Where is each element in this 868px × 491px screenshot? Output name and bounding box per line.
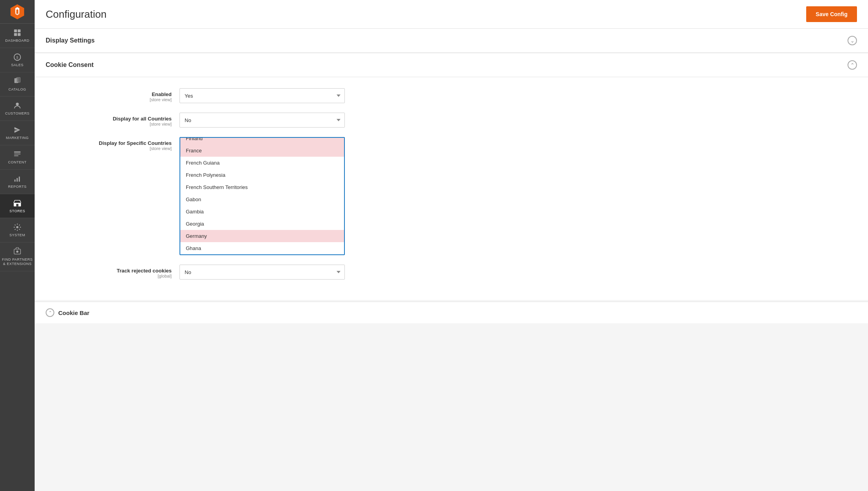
- svg-point-19: [16, 226, 19, 229]
- svg-rect-8: [17, 78, 20, 82]
- cookie-bar-title: Cookie Bar: [58, 309, 89, 316]
- svg-text:$: $: [16, 55, 19, 59]
- content-area: Display Settings ⌄ Cookie Consent ⌃ Enab…: [35, 29, 868, 491]
- content-icon: [13, 150, 22, 159]
- sidebar-item-dashboard[interactable]: DASHBOARD: [0, 24, 35, 48]
- sidebar-item-stores[interactable]: STORES: [0, 194, 35, 219]
- display-all-countries-label-col: Display for all Countries [store view]: [46, 113, 180, 126]
- save-config-button[interactable]: Save Config: [806, 6, 857, 22]
- sidebar-item-catalog-label: CATALOG: [8, 87, 26, 92]
- list-item[interactable]: Finland: [180, 137, 344, 145]
- page-title: Configuration: [46, 8, 107, 20]
- list-item[interactable]: Germany: [180, 230, 344, 242]
- sidebar-item-customers-label: CUSTOMERS: [5, 111, 30, 116]
- list-item[interactable]: French Southern Territories: [180, 181, 344, 193]
- svg-rect-1: [18, 30, 20, 32]
- svg-rect-18: [16, 204, 19, 206]
- display-settings-title: Display Settings: [46, 37, 94, 44]
- display-specific-countries-row: Display for Specific Countries [store vi…: [46, 137, 857, 255]
- cookie-consent-header[interactable]: Cookie Consent ⌃: [35, 53, 868, 77]
- display-settings-section: Display Settings ⌄: [35, 29, 868, 53]
- svg-rect-13: [14, 156, 19, 156]
- page-header: Configuration Save Config: [35, 0, 868, 29]
- sidebar-item-dashboard-label: DASHBOARD: [5, 39, 30, 43]
- sidebar-item-content-label: CONTENT: [8, 160, 27, 165]
- sidebar-item-marketing-label: MARKETING: [6, 136, 29, 140]
- svg-point-9: [16, 103, 19, 106]
- sales-icon: $: [13, 53, 22, 61]
- list-item[interactable]: French Guiana: [180, 157, 344, 169]
- track-rejected-cookies-control: No Yes: [180, 265, 345, 280]
- sidebar-item-reports[interactable]: REPORTS: [0, 170, 35, 194]
- magento-logo-icon: [10, 4, 25, 19]
- display-all-countries-label: Display for all Countries: [46, 116, 172, 122]
- partners-icon: [13, 247, 22, 256]
- sidebar-item-customers[interactable]: CUSTOMERS: [0, 96, 35, 121]
- sidebar-item-marketing[interactable]: MARKETING: [0, 121, 35, 145]
- svg-rect-12: [14, 154, 21, 154]
- display-specific-countries-control: FinlandFranceFrench GuianaFrench Polynes…: [180, 137, 345, 255]
- svg-rect-11: [14, 152, 21, 153]
- svg-rect-0: [14, 30, 17, 32]
- display-settings-header[interactable]: Display Settings ⌄: [35, 29, 868, 53]
- cookie-consent-title: Cookie Consent: [46, 61, 94, 69]
- enabled-control: Yes No: [180, 88, 345, 103]
- customers-icon: [13, 101, 22, 110]
- svg-marker-10: [15, 127, 20, 133]
- display-all-countries-sublabel: [store view]: [46, 122, 172, 126]
- display-settings-toggle[interactable]: ⌄: [848, 36, 857, 45]
- sidebar-item-partners-label: FIND PARTNERS & EXTENSIONS: [2, 258, 33, 266]
- list-item[interactable]: Gabon: [180, 193, 344, 206]
- sidebar: DASHBOARD $ SALES CATALOG CUSTOMERS MARK…: [0, 0, 35, 491]
- display-specific-countries-label-col: Display for Specific Countries [store vi…: [46, 137, 180, 151]
- display-specific-countries-listbox[interactable]: FinlandFranceFrench GuianaFrench Polynes…: [180, 137, 345, 255]
- track-rejected-cookies-label-col: Track rejected cookies [global]: [46, 265, 180, 278]
- enabled-row: Enabled [store view] Yes No: [46, 88, 857, 103]
- svg-rect-15: [17, 178, 18, 182]
- enabled-label: Enabled: [46, 91, 172, 97]
- display-specific-countries-sublabel: [store view]: [46, 146, 172, 151]
- list-item[interactable]: Ghana: [180, 242, 344, 254]
- svg-rect-3: [18, 33, 20, 36]
- sidebar-item-sales[interactable]: $ SALES: [0, 48, 35, 72]
- cookie-consent-toggle[interactable]: ⌃: [848, 60, 857, 70]
- sidebar-item-system[interactable]: SYSTEM: [0, 218, 35, 243]
- track-rejected-cookies-select[interactable]: No Yes: [180, 265, 345, 280]
- sidebar-item-system-label: SYSTEM: [9, 233, 25, 237]
- sidebar-item-catalog[interactable]: CATALOG: [0, 72, 35, 97]
- track-rejected-cookies-sublabel: [global]: [46, 274, 172, 278]
- svg-rect-14: [15, 180, 16, 182]
- track-rejected-cookies-label: Track rejected cookies: [46, 268, 172, 274]
- cookie-bar-toggle[interactable]: ⌃: [46, 308, 54, 317]
- svg-point-21: [16, 250, 19, 253]
- catalog-icon: [13, 77, 22, 86]
- sidebar-item-partners[interactable]: FIND PARTNERS & EXTENSIONS: [0, 243, 35, 271]
- list-item[interactable]: Gambia: [180, 206, 344, 218]
- display-all-countries-row: Display for all Countries [store view] N…: [46, 113, 857, 128]
- sidebar-logo: [0, 0, 35, 24]
- track-rejected-cookies-row: Track rejected cookies [global] No Yes: [46, 265, 857, 280]
- sidebar-item-stores-label: STORES: [9, 209, 25, 213]
- main-content: Configuration Save Config Display Settin…: [35, 0, 868, 491]
- display-all-countries-control: No Yes: [180, 113, 345, 128]
- dashboard-icon: [13, 28, 22, 37]
- list-item[interactable]: France: [180, 145, 344, 157]
- marketing-icon: [13, 126, 22, 134]
- stores-icon: [13, 199, 22, 208]
- display-all-countries-select[interactable]: No Yes: [180, 113, 345, 128]
- enabled-label-col: Enabled [store view]: [46, 88, 180, 102]
- enabled-sublabel: [store view]: [46, 97, 172, 102]
- sidebar-item-content[interactable]: CONTENT: [0, 145, 35, 170]
- svg-rect-16: [19, 176, 20, 182]
- sidebar-item-sales-label: SALES: [11, 63, 24, 67]
- display-specific-countries-label: Display for Specific Countries: [46, 140, 172, 146]
- sidebar-item-reports-label: REPORTS: [8, 185, 27, 189]
- cookie-consent-section: Cookie Consent ⌃ Enabled [store view] Ye…: [35, 53, 868, 300]
- cookie-bar-section: ⌃ Cookie Bar: [35, 302, 868, 323]
- list-item[interactable]: Georgia: [180, 218, 344, 230]
- system-icon: [13, 223, 22, 232]
- svg-rect-2: [14, 33, 17, 36]
- cookie-consent-form: Enabled [store view] Yes No Display for …: [35, 77, 868, 300]
- list-item[interactable]: French Polynesia: [180, 169, 344, 181]
- enabled-select[interactable]: Yes No: [180, 88, 345, 103]
